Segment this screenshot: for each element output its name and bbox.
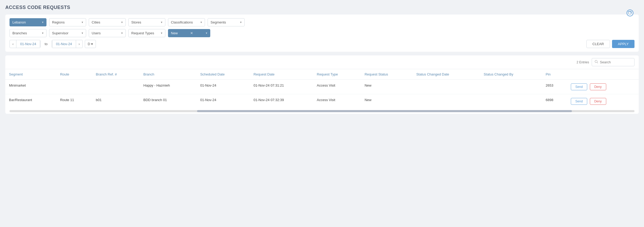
- country-filter[interactable]: Lebanon ▾: [10, 18, 46, 26]
- cell-status-changed-by: [480, 94, 542, 109]
- search-box[interactable]: [592, 58, 634, 66]
- chevron-down-icon: ▾: [91, 42, 93, 46]
- cell-request-status: New: [361, 94, 413, 109]
- period-select[interactable]: D ▾: [85, 40, 96, 48]
- cell-scheduled-date: 01-Nov-24: [197, 94, 250, 109]
- filter-row-3: ‹ 01-Nov-24 to 01-Nov-24 › D ▾ CLEAR APP…: [10, 40, 634, 48]
- period-label: D: [88, 42, 90, 46]
- table-section: 2 Entries Segment Route Branch Ref. #: [5, 55, 639, 114]
- chevron-down-icon: ▾: [121, 31, 123, 35]
- date-next-button[interactable]: ›: [76, 40, 82, 48]
- request-types-filter[interactable]: Request Types ▾: [128, 29, 165, 37]
- cell-route: [56, 80, 92, 94]
- refresh-icon[interactable]: [627, 10, 633, 16]
- request-status-filter[interactable]: New ✕ ▾: [168, 29, 210, 37]
- page-title: ACCESS CODE REQUESTS: [5, 5, 70, 10]
- chevron-down-icon: ▾: [82, 21, 83, 24]
- col-request-status: Request Status: [361, 69, 413, 80]
- cell-status-changed-by: [480, 80, 542, 94]
- table-toolbar: 2 Entries: [5, 55, 639, 69]
- cell-request-type: Access Visit: [313, 80, 361, 94]
- regions-filter-label: Regions: [52, 20, 65, 24]
- cell-actions: Send Deny: [567, 80, 639, 94]
- chevron-down-icon: ▾: [82, 31, 83, 35]
- horizontal-scrollbar[interactable]: [10, 110, 634, 112]
- col-request-type: Request Type: [313, 69, 361, 80]
- search-input[interactable]: [600, 60, 632, 64]
- cell-status-changed-date: [413, 94, 480, 109]
- classifications-filter[interactable]: Classifications ▾: [168, 18, 205, 26]
- cell-segment: Bar/Restaurant: [5, 94, 56, 109]
- svg-point-0: [595, 60, 597, 63]
- cell-branch-ref: b01: [92, 94, 140, 109]
- chevron-down-icon: ▾: [161, 31, 162, 35]
- action-buttons: CLEAR APPLY: [586, 40, 634, 48]
- clear-status-icon[interactable]: ✕: [190, 31, 193, 35]
- send-button[interactable]: Send: [571, 83, 587, 90]
- col-route: Route: [56, 69, 92, 80]
- cell-request-type: Access Visit: [313, 94, 361, 109]
- users-filter[interactable]: Users ▾: [89, 29, 126, 37]
- col-branch-ref: Branch Ref. #: [92, 69, 140, 80]
- col-request-date: Request Date: [250, 69, 313, 80]
- col-status-changed-date: Status Changed Date: [413, 69, 480, 80]
- clear-button[interactable]: CLEAR: [586, 40, 610, 48]
- search-icon: [595, 60, 598, 64]
- stores-filter[interactable]: Stores ▾: [128, 18, 165, 26]
- segments-filter[interactable]: Segments ▾: [208, 18, 245, 26]
- cell-request-date: 01-Nov-24 07:31:21: [250, 80, 313, 94]
- users-filter-label: Users: [92, 31, 101, 35]
- regions-filter[interactable]: Regions ▾: [49, 18, 86, 26]
- apply-button[interactable]: APPLY: [612, 40, 634, 48]
- cities-filter[interactable]: Cities ▾: [89, 18, 126, 26]
- chevron-down-icon: ▾: [240, 21, 242, 24]
- branches-filter[interactable]: Branches ▾: [10, 29, 46, 37]
- date-range-container: ‹ 01-Nov-24 to 01-Nov-24 › D ▾: [10, 40, 96, 48]
- chevron-down-icon: ▾: [42, 31, 44, 35]
- date-from-display[interactable]: 01-Nov-24: [16, 40, 40, 48]
- deny-button[interactable]: Deny: [590, 98, 606, 105]
- supervisor-filter-label: Supervisor: [52, 31, 68, 35]
- entries-count: 2 Entries: [577, 60, 589, 64]
- col-branch: Branch: [140, 69, 197, 80]
- col-scheduled-date: Scheduled Date: [197, 69, 250, 80]
- svg-line-1: [597, 62, 598, 63]
- chevron-down-icon: ▾: [200, 21, 202, 24]
- cell-branch: Happy - Hazmieh: [140, 80, 197, 94]
- cell-request-date: 01-Nov-24 07:32:39: [250, 94, 313, 109]
- data-table: Segment Route Branch Ref. # Branch Sched…: [5, 69, 639, 108]
- cell-pin: 6898: [542, 94, 567, 109]
- cell-request-status: New: [361, 80, 413, 94]
- date-prev-button[interactable]: ‹: [10, 40, 16, 48]
- cell-status-changed-date: [413, 80, 480, 94]
- deny-button[interactable]: Deny: [590, 83, 606, 90]
- stores-filter-label: Stores: [131, 20, 141, 24]
- cell-scheduled-date: 01-Nov-24: [197, 80, 250, 94]
- filters-panel: Lebanon ▾ Regions ▾ Cities ▾ Stores ▾ Cl…: [5, 15, 639, 52]
- table-row: Bar/Restaurant Route 11 b01 BDD branch 0…: [5, 94, 639, 109]
- supervisor-filter[interactable]: Supervisor ▾: [49, 29, 86, 37]
- cities-filter-label: Cities: [92, 20, 100, 24]
- branches-filter-label: Branches: [12, 31, 27, 35]
- date-to-nav: 01-Nov-24 ›: [52, 40, 83, 48]
- col-segment: Segment: [5, 69, 56, 80]
- filter-row-1: Lebanon ▾ Regions ▾ Cities ▾ Stores ▾ Cl…: [10, 18, 634, 26]
- cell-pin: 2653: [542, 80, 567, 94]
- cell-branch-ref: [92, 80, 140, 94]
- country-filter-label: Lebanon: [12, 20, 26, 24]
- segments-filter-label: Segments: [211, 20, 226, 24]
- date-to-label: to: [43, 42, 50, 46]
- chevron-down-icon: ▾: [121, 21, 123, 24]
- col-actions: [567, 69, 639, 80]
- send-button[interactable]: Send: [571, 98, 587, 105]
- date-to-display[interactable]: 01-Nov-24: [52, 40, 76, 48]
- cell-segment: Minimarket: [5, 80, 56, 94]
- col-pin: Pin: [542, 69, 567, 80]
- table-scroll-area: Segment Route Branch Ref. # Branch Sched…: [5, 69, 639, 108]
- scrollbar-thumb[interactable]: [197, 110, 572, 112]
- cell-branch: BDD branch 01: [140, 94, 197, 109]
- table-row: Minimarket Happy - Hazmieh 01-Nov-24 01-…: [5, 80, 639, 94]
- chevron-down-icon: ▾: [206, 31, 207, 35]
- classifications-filter-label: Classifications: [171, 20, 193, 24]
- cell-actions: Send Deny: [567, 94, 639, 109]
